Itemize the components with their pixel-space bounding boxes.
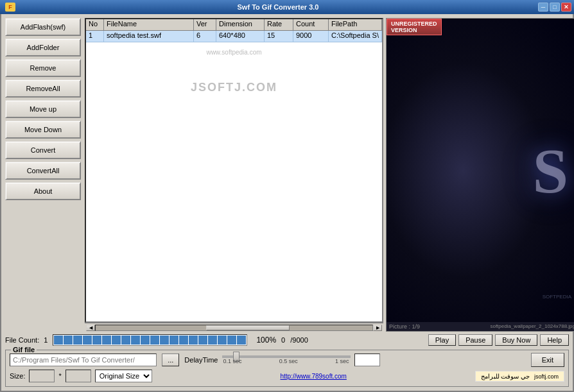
cell-filepath: C:\Softpedia S\ <box>329 31 382 42</box>
progress-seg-4 <box>83 336 92 345</box>
progress-seg-3 <box>73 336 82 345</box>
buy-now-button[interactable]: Buy Now <box>495 334 537 346</box>
main-window: AddFlash(swf) AddFolder Remove RemoveAll… <box>0 14 574 392</box>
scroll-track[interactable] <box>95 325 373 331</box>
softpedia-watermark: www.softpedia.com <box>206 49 261 56</box>
top-section: AddFlash(swf) AddFolder Remove RemoveAll… <box>5 18 569 332</box>
softpedia-preview-text: SOFTPEDIA <box>543 294 571 300</box>
title-bar: F Swf To Gif Converter 3.0 ─ □ ✕ <box>0 0 574 14</box>
progress-percent: 100% <box>256 336 276 345</box>
play-button[interactable]: Play <box>428 334 456 346</box>
minimize-button[interactable]: ─ <box>538 3 548 12</box>
unregistered-badge: UNREGISTERED VERSION <box>387 19 442 35</box>
size-dropdown[interactable]: Original Size Custom Size <box>95 370 152 382</box>
about-button[interactable]: About <box>5 182 81 200</box>
arabic-watermark: جي سوفت للبرامج jsoftj.com <box>475 371 564 382</box>
add-flash-button[interactable]: AddFlash(swf) <box>5 18 81 36</box>
browse-button[interactable]: ... <box>162 354 179 366</box>
remove-all-button[interactable]: RemoveAll <box>5 80 81 98</box>
file-list-header: No FileName Ver Dimension Rate Count Fil… <box>86 19 382 31</box>
preview-background: S SOFTPEDIA <box>387 19 574 322</box>
cell-count: 9000 <box>293 31 329 42</box>
progress-seg-15 <box>189 336 198 345</box>
col-header-filepath: FilePath <box>329 19 382 30</box>
progress-seg-1 <box>54 336 63 345</box>
remove-button[interactable]: Remove <box>5 59 81 77</box>
file-list-body: 1 softpedia test.swf 6 640*480 15 9000 C… <box>86 31 382 321</box>
center-panel: No FileName Ver Dimension Rate Count Fil… <box>85 18 574 332</box>
unregistered-line2: VERSION <box>391 27 437 33</box>
gif-section: Gif file ... DelayTime 0.1 sec 0.5 sec 1… <box>5 350 569 387</box>
preview-image: S SOFTPEDIA <box>387 19 574 322</box>
delay-ticks: 0.1 sec 0.5 sec 1 sec <box>222 358 351 364</box>
content-area: No FileName Ver Dimension Rate Count Fil… <box>85 18 574 332</box>
file-list: No FileName Ver Dimension Rate Count Fil… <box>85 18 383 323</box>
delay-min-label: 0.1 sec <box>223 358 242 364</box>
progress-seg-6 <box>102 336 111 345</box>
help-button[interactable]: Help <box>540 334 569 346</box>
progress-seg-12 <box>160 336 169 345</box>
progress-segments <box>53 335 247 345</box>
progress-seg-7 <box>112 336 121 345</box>
size-height-input[interactable]: 480 <box>65 370 91 382</box>
progress-seg-18 <box>218 336 227 345</box>
convert-button[interactable]: Convert <box>5 141 81 159</box>
col-header-no: No <box>86 19 104 30</box>
url-text[interactable]: http://www.789soft.com <box>281 373 347 380</box>
gif-settings-row: ... DelayTime 0.1 sec 0.5 sec 1 sec 10 E… <box>10 353 564 367</box>
progress-seg-16 <box>198 336 207 345</box>
size-row: Size: 640 * 480 Original Size Custom Siz… <box>10 370 564 382</box>
move-down-button[interactable]: Move Down <box>5 121 81 139</box>
playback-controls: Play Pause Buy Now Help <box>428 334 569 346</box>
cell-rate: 15 <box>265 31 293 42</box>
window-controls: ─ □ ✕ <box>538 3 571 12</box>
col-header-dimension: Dimension <box>216 19 265 30</box>
jsoftj-text: jsoftj.com <box>534 373 559 380</box>
progress-seg-2 <box>64 336 73 345</box>
app-icon: F <box>5 3 15 12</box>
file-list-scrollbar[interactable]: ◀ ▶ <box>85 323 383 332</box>
delay-value-input[interactable]: 10 <box>354 354 380 366</box>
file-list-wrapper: No FileName Ver Dimension Rate Count Fil… <box>85 18 383 332</box>
left-panel: AddFlash(swf) AddFolder Remove RemoveAll… <box>5 18 81 332</box>
close-button[interactable]: ✕ <box>561 3 571 12</box>
cell-no: 1 <box>86 31 104 42</box>
exit-button[interactable]: Exit <box>531 353 564 367</box>
size-separator: * <box>58 372 61 380</box>
scroll-thumb[interactable] <box>206 325 289 330</box>
maximize-button[interactable]: □ <box>550 3 560 12</box>
watermark-area: www.softpedia.com JSOFTJ.COM <box>86 42 382 171</box>
col-header-count: Count <box>293 19 329 30</box>
scroll-left-arrow[interactable]: ◀ <box>86 325 95 331</box>
delay-max-label: 1 sec <box>335 358 349 364</box>
progress-seg-8 <box>121 336 130 345</box>
delay-slider-container: 0.1 sec 0.5 sec 1 sec <box>222 355 351 364</box>
gif-section-title: Gif file <box>11 346 37 354</box>
preview-panel: UNREGISTERED VERSION S SOFTPEDIA <box>386 18 574 332</box>
cell-dimension: 640*480 <box>216 31 265 42</box>
frame-counter-current: 0 <box>281 336 285 344</box>
delay-label: DelayTime <box>184 356 218 364</box>
pause-button[interactable]: Pause <box>458 334 492 346</box>
progress-seg-19 <box>227 336 236 345</box>
window-title: Swf To Gif Converter 3.0 <box>18 3 538 11</box>
move-up-button[interactable]: Move up <box>5 100 81 118</box>
size-label: Size: <box>10 372 25 380</box>
size-width-input[interactable]: 640 <box>29 370 55 382</box>
progress-seg-10 <box>141 336 150 345</box>
arabic-text: جي سوفت للبرامج <box>481 373 530 380</box>
convert-all-button[interactable]: ConvertAll <box>5 162 81 180</box>
url-area: http://www.789soft.com <box>156 372 471 380</box>
preview-status-bar: Picture : 1/9 softpedia_wallpaper_2_1024… <box>387 322 574 331</box>
progress-seg-13 <box>170 336 178 345</box>
preview-filename: softpedia_wallpaper_2_1024x788.jpg <box>490 323 574 330</box>
gif-path-input[interactable] <box>10 354 157 366</box>
scroll-right-arrow[interactable]: ▶ <box>373 325 382 331</box>
cell-filename: softpedia test.swf <box>104 31 194 42</box>
jsoftj-watermark: JSOFTJ.COM <box>191 81 277 94</box>
add-folder-button[interactable]: AddFolder <box>5 38 81 56</box>
preview-picture-count: Picture : 1/9 <box>389 323 420 330</box>
frame-counter-total: /9000 <box>290 336 308 344</box>
table-row[interactable]: 1 softpedia test.swf 6 640*480 15 9000 C… <box>86 31 382 42</box>
progress-seg-14 <box>179 336 188 345</box>
